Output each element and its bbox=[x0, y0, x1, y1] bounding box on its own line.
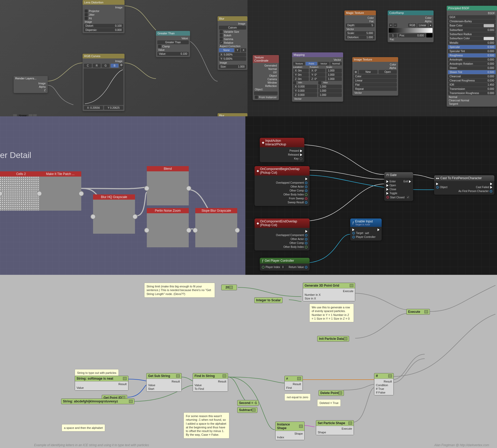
node-render-layers[interactable]: Render Layers... Image Alpha Z bbox=[14, 76, 48, 93]
node-enable-input[interactable]: ƒEnable InputTarget is Actor Target self… bbox=[350, 218, 382, 241]
node-execute[interactable]: Execute bbox=[406, 309, 430, 315]
ramp-remove-icon[interactable]: − bbox=[393, 23, 397, 27]
node-not-equal[interactable]: ≠ Result First bbox=[284, 376, 303, 391]
new-button[interactable]: New bbox=[359, 70, 377, 74]
curve-tab-g[interactable]: G bbox=[102, 64, 110, 68]
math-mode-dropdown[interactable]: Greater Than bbox=[157, 40, 189, 44]
input-port[interactable] bbox=[144, 228, 149, 233]
principled-sheen-tint[interactable]: Sheen Tint0.500 bbox=[448, 70, 496, 74]
node-generate-grid[interactable]: Generate 3D Point Grid Execute Number in… bbox=[303, 283, 355, 301]
expand-icon[interactable] bbox=[229, 286, 233, 289]
node-lens-distortion[interactable]: Lens Distortion Image Projector Jitter F… bbox=[83, 0, 125, 33]
color-swatch[interactable] bbox=[426, 33, 433, 37]
node-get-substring[interactable]: Get Sub String Result Value Start bbox=[146, 373, 182, 392]
open-button[interactable]: Open bbox=[379, 70, 397, 74]
node-int-to-scalar[interactable]: Integer to Scalar bbox=[254, 297, 283, 303]
node-subtract[interactable]: Subtract bbox=[237, 407, 257, 413]
node-end-overlap[interactable]: ◆OnComponentEndOverlap (Pickup Col) Over… bbox=[255, 218, 310, 250]
output-port[interactable] bbox=[79, 191, 84, 196]
node-string-alphabet[interactable]: String: abcdefghijklmnopqrstuvwxyz bbox=[61, 398, 134, 404]
dispersion-field[interactable]: Dispersio:0.000 bbox=[84, 28, 123, 32]
output-port[interactable] bbox=[132, 214, 138, 219]
substance-node-blurhq[interactable]: Blur HQ Grayscale bbox=[93, 194, 135, 234]
node-mapping[interactable]: Mapping Vector Texture Point Vector Norm… bbox=[292, 52, 343, 102]
node-string-softimage[interactable]: String: softimage is neat Result Value bbox=[75, 376, 128, 391]
curve-x[interactable]: X: 0.20556 bbox=[84, 106, 103, 110]
node-image-texture[interactable]: Image Texture Color Alpha ⊞ New Open Col… bbox=[352, 57, 398, 96]
node-cast[interactable]: ▸▸Cast To FirstPersonCharacter Object Ca… bbox=[434, 175, 494, 195]
curve-tab-c[interactable]: C bbox=[84, 64, 92, 68]
node-second-const[interactable]: Second = -1 bbox=[237, 400, 259, 406]
principled-specular[interactable]: Specular0.500 bbox=[448, 45, 496, 49]
curve-tab-r[interactable]: R bbox=[93, 64, 101, 68]
principled-sheen[interactable]: Sheen0.000 bbox=[448, 66, 496, 70]
principled-ior[interactable]: IOR1.450 bbox=[448, 83, 496, 87]
principled-transmission[interactable]: Transmission0.000 bbox=[448, 87, 496, 91]
node-blur[interactable]: Blur Image Catrom Variable Size Bokeh Ga… bbox=[218, 16, 247, 70]
image-browse-icon[interactable]: ⊞ bbox=[354, 70, 358, 74]
output-port[interactable] bbox=[186, 186, 191, 191]
curve-tab-b[interactable]: B bbox=[111, 64, 118, 68]
principled-roughness[interactable]: Roughness0.500 bbox=[448, 53, 496, 57]
input-port[interactable] bbox=[90, 214, 96, 219]
principled-base-color[interactable]: Base Color bbox=[448, 24, 496, 28]
distort-field[interactable]: Distort:0.100 bbox=[84, 24, 123, 28]
input-port[interactable] bbox=[144, 186, 149, 191]
extension-dropdown[interactable]: Repeat bbox=[354, 87, 397, 91]
blur-x[interactable]: X: 5.000% bbox=[219, 53, 246, 57]
principled-subsurface-radius[interactable]: Subsurface Radius bbox=[448, 32, 496, 36]
output-port[interactable] bbox=[186, 228, 191, 233]
principled-specular-tint[interactable]: Specular Tint0.000 bbox=[448, 49, 496, 53]
sss-method-dropdown[interactable]: Christensen-Burley bbox=[448, 19, 496, 23]
node-delete-point[interactable]: Delete Point bbox=[318, 390, 344, 396]
node-texture-coordinate[interactable]: Texture Coordinate Generated Normal UV O… bbox=[253, 55, 279, 100]
node-init-particle[interactable]: Init Particle Data bbox=[317, 336, 349, 342]
checkbox-projector[interactable] bbox=[85, 9, 88, 13]
ramp-add-icon[interactable]: + bbox=[389, 23, 393, 27]
distribution-dropdown[interactable]: GGX bbox=[448, 15, 496, 19]
checkbox-clamp[interactable] bbox=[158, 45, 161, 48]
principled-anisotropic-rotation[interactable]: Anisotropic Rotation0.000 bbox=[448, 62, 496, 66]
node-magic-texture[interactable]: Magic Texture Color Fac Depth:5 Vector S… bbox=[344, 10, 376, 41]
expand-icon[interactable] bbox=[350, 284, 353, 287]
blur-y[interactable]: Y: 5.000% bbox=[219, 57, 246, 61]
principled-subsurface-color[interactable]: Subsurface Color bbox=[448, 36, 496, 41]
node-input-action[interactable]: ◆InputAction Interact/Pickup Pressed Rel… bbox=[260, 138, 304, 162]
principled-transmission-roughness[interactable]: Transmission Roughness0.000 bbox=[448, 91, 496, 95]
aspect-x[interactable]: X bbox=[241, 48, 246, 52]
aspect-none[interactable]: None bbox=[219, 48, 234, 52]
curve-tools-icon[interactable]: ⚙ bbox=[119, 63, 123, 68]
node-set-particle-shape[interactable]: Set Particle Shape Execute Shape bbox=[316, 420, 354, 435]
principled-anisotropic[interactable]: Anisotropic0.000 bbox=[448, 58, 496, 62]
checkbox-jitter[interactable] bbox=[85, 13, 88, 16]
aspect-y[interactable]: Y bbox=[235, 48, 240, 52]
color-ramp-gradient[interactable] bbox=[389, 28, 433, 33]
filter-dropdown[interactable]: Catrom bbox=[219, 26, 246, 30]
principled-subsurface[interactable]: Subsurface0.000 bbox=[448, 28, 496, 32]
input-port[interactable] bbox=[0, 191, 3, 196]
curve-editor[interactable] bbox=[84, 68, 123, 105]
principled-clearcoat[interactable]: Clearcoat0.000 bbox=[448, 74, 496, 78]
chevron-down-icon[interactable]: ▾ bbox=[429, 23, 432, 27]
node-instance-shape[interactable]: Instance Shape Shape Index bbox=[275, 422, 305, 440]
projection-dropdown[interactable]: Flat bbox=[354, 83, 397, 87]
node-begin-overlap[interactable]: ◆OnComponentBeginOverlap (Pickup Col) Ov… bbox=[255, 166, 310, 206]
color-space-dropdown[interactable]: Color bbox=[354, 74, 397, 78]
node-greater-than[interactable]: Greater Than Value Greater Than Clamp Va… bbox=[156, 31, 190, 57]
node-find-in-string[interactable]: Find In String Result Value To Find bbox=[193, 373, 228, 392]
node-rgb-curves[interactable]: RGB Curves Image C R G B ⚙ X: 0.20556 Y … bbox=[83, 54, 125, 111]
node-color-ramp[interactable]: ColorRamp Color Alpha + − RGB Linear ▾ 1… bbox=[388, 10, 434, 42]
output-port[interactable] bbox=[235, 228, 240, 233]
node-principled-bsdf[interactable]: Principled BSDF BSDF GGX Christensen-Bur… bbox=[447, 6, 497, 107]
substance-node-perlin[interactable]: Perlin Noise Zoom bbox=[147, 208, 189, 247]
substance-node-slope[interactable]: Slope Blur Grayscale bbox=[195, 208, 237, 247]
node-gate[interactable]: ⊓Gate Enter Exit Open Close Toggle Start… bbox=[384, 172, 413, 201]
node-if[interactable]: If Result Condition If True If False bbox=[374, 373, 394, 395]
substance-node-tile[interactable]: Make It Tile Patch ... bbox=[39, 171, 81, 211]
value-field[interactable]: Value:0.100 bbox=[157, 52, 189, 56]
object-picker[interactable] bbox=[254, 91, 278, 95]
substance-node-blend[interactable]: Blend bbox=[147, 166, 189, 205]
input-port[interactable] bbox=[193, 228, 198, 233]
interpolation-dropdown[interactable]: Linear bbox=[354, 79, 397, 83]
node-get-player-controller[interactable]: ƒGet Player Controller Player Index 0 Re… bbox=[260, 258, 310, 271]
